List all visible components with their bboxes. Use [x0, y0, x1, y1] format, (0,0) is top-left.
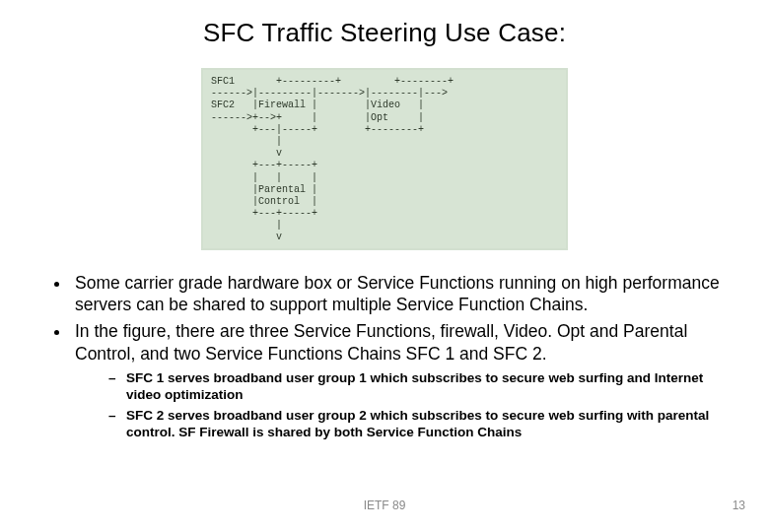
- bullet-item: In the figure, there are three Service F…: [71, 320, 741, 441]
- sub-bullet-item: SFC 2 serves broadband user group 2 whic…: [108, 407, 741, 441]
- diagram-container: SFC1 +---------+ +--------+ ------>|----…: [28, 58, 741, 260]
- bullet-item: Some carrier grade hardware box or Servi…: [71, 272, 741, 317]
- sub-bullet-list: SFC 1 serves broadband user group 1 whic…: [75, 369, 741, 441]
- main-bullet-list: Some carrier grade hardware box or Servi…: [28, 272, 741, 441]
- sub-bullet-item: SFC 1 serves broadband user group 1 whic…: [108, 369, 741, 404]
- bullet-text: In the figure, there are three Service F…: [75, 321, 687, 364]
- slide: SFC Traffic Steering Use Case: SFC1 +---…: [0, 0, 769, 532]
- page-title: SFC Traffic Steering Use Case:: [28, 18, 741, 48]
- footer-center: IETF 89: [0, 499, 769, 512]
- slide-number: 13: [733, 499, 745, 512]
- ascii-diagram: SFC1 +---------+ +--------+ ------>|----…: [201, 68, 568, 250]
